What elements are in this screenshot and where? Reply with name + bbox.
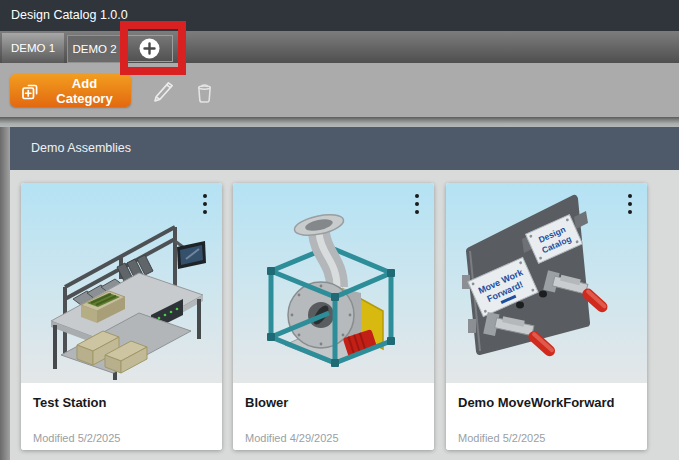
window-title: Design Catalog 1.0.0	[11, 0, 128, 31]
category-header: Demo Assemblies	[10, 127, 679, 170]
card-title: Blower	[245, 395, 288, 410]
card-footer: Blower Modified 4/29/2025	[233, 383, 434, 450]
card-thumbnail-test-station	[21, 183, 222, 383]
annotation-highlight-rectangle	[120, 21, 186, 75]
card-thumbnail-moveworkforward: Move Work Forward! Design Catalog	[446, 183, 647, 383]
add-category-button[interactable]: Add Category	[10, 74, 131, 107]
assembly-card-demo-moveworkforward[interactable]: Move Work Forward! Design Catalog	[446, 183, 647, 450]
card-title: Test Station	[33, 395, 106, 410]
kebab-menu-icon	[627, 193, 633, 215]
kebab-menu-icon	[414, 193, 420, 215]
delete-button[interactable]	[189, 78, 219, 106]
add-category-label: Add Category	[48, 76, 121, 106]
left-margin-shadow	[0, 127, 10, 460]
card-menu-button[interactable]	[621, 191, 639, 217]
app-window: Design Catalog 1.0.0 DEMO 1 DEMO 2	[0, 0, 679, 460]
card-modified-date: Modified 5/2/2025	[458, 432, 545, 444]
title-bar: Design Catalog 1.0.0	[0, 0, 679, 31]
toolbar: Add Category	[0, 63, 679, 117]
edit-button[interactable]	[148, 78, 178, 106]
category-panel: Demo Assemblies	[10, 127, 679, 460]
card-footer: Demo MoveWorkForward Modified 5/2/2025	[446, 383, 647, 450]
tab-bar: DEMO 1 DEMO 2	[0, 31, 679, 63]
assembly-card-blower[interactable]: Blower Modified 4/29/2025	[233, 183, 434, 450]
tab-demo-1[interactable]: DEMO 1	[2, 33, 64, 63]
card-title: Demo MoveWorkForward	[458, 395, 615, 410]
card-footer: Test Station Modified 5/2/2025	[21, 383, 222, 450]
card-thumbnail-blower	[233, 183, 434, 383]
trash-icon	[192, 80, 217, 105]
card-menu-button[interactable]	[196, 191, 214, 217]
card-modified-date: Modified 4/29/2025	[245, 432, 339, 444]
add-category-icon	[20, 81, 40, 101]
assembly-card-test-station[interactable]: Test Station Modified 5/2/2025	[21, 183, 222, 450]
kebab-menu-icon	[202, 193, 208, 215]
card-modified-date: Modified 5/2/2025	[33, 432, 120, 444]
toolbar-shadow-strip	[0, 117, 679, 127]
category-title: Demo Assemblies	[31, 127, 131, 170]
card-menu-button[interactable]	[408, 191, 426, 217]
pencil-icon	[150, 79, 176, 105]
tab-demo-2[interactable]: DEMO 2	[67, 35, 122, 63]
